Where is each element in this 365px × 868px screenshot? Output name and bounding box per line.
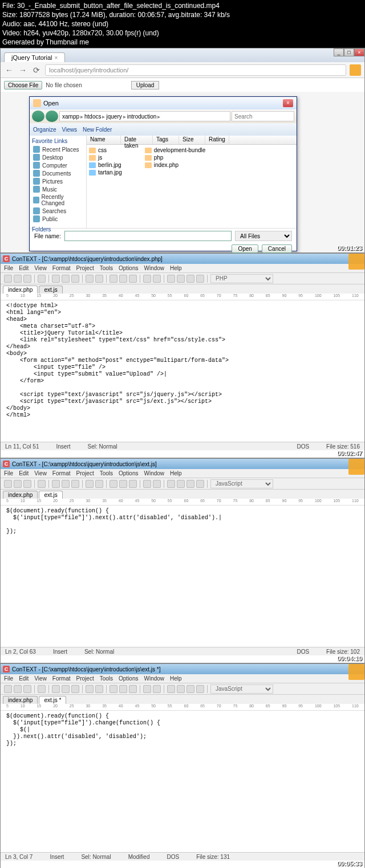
file-tab[interactable]: index.php bbox=[3, 491, 38, 499]
redo-icon[interactable] bbox=[95, 275, 103, 283]
copy-icon[interactable] bbox=[62, 685, 70, 693]
file-item[interactable]: index.php bbox=[145, 162, 206, 168]
menu-edit[interactable]: Edit bbox=[19, 470, 29, 476]
filetype-select[interactable]: All Files bbox=[235, 231, 292, 241]
filename-input[interactable] bbox=[64, 231, 232, 241]
browser-tab[interactable]: jQuery Tutorial × bbox=[4, 52, 65, 62]
close-button[interactable]: × bbox=[354, 48, 364, 56]
sidebar-item[interactable]: Searches bbox=[32, 207, 84, 215]
menu-window[interactable]: Window bbox=[144, 470, 164, 476]
dialog-close-button[interactable]: × bbox=[283, 99, 293, 107]
file-tab[interactable]: index.php bbox=[3, 696, 38, 704]
open-icon[interactable] bbox=[14, 480, 22, 488]
replace-icon[interactable] bbox=[119, 480, 127, 488]
nav-back-button[interactable] bbox=[32, 111, 44, 122]
menu-project[interactable]: Project bbox=[76, 675, 94, 682]
open-button[interactable]: Open bbox=[232, 244, 258, 253]
menu-project[interactable]: Project bbox=[76, 265, 94, 271]
views-button[interactable]: Views bbox=[62, 127, 78, 133]
print-icon[interactable] bbox=[38, 480, 46, 488]
tool-icon[interactable] bbox=[177, 685, 185, 693]
sidebar-item[interactable]: Public bbox=[32, 215, 84, 223]
cut-icon[interactable] bbox=[52, 275, 60, 283]
nav-fwd-button[interactable] bbox=[46, 111, 58, 122]
tool-icon[interactable] bbox=[143, 275, 151, 283]
forward-button[interactable]: → bbox=[18, 65, 28, 75]
sidebar-item[interactable]: Pictures bbox=[32, 177, 84, 185]
tool-icon[interactable] bbox=[167, 480, 175, 488]
code-editor[interactable]: $(document).ready(function() { $('input[… bbox=[1, 506, 364, 647]
tool-icon[interactable] bbox=[177, 275, 185, 283]
sidebar-item[interactable]: Recently Changed bbox=[32, 193, 84, 207]
tool-icon[interactable] bbox=[143, 480, 151, 488]
save-icon[interactable] bbox=[23, 480, 31, 488]
findnext-icon[interactable] bbox=[129, 480, 137, 488]
sidebar-item[interactable]: Computer bbox=[32, 161, 84, 169]
language-select[interactable]: PHP bbox=[210, 274, 273, 283]
upload-button[interactable]: Upload bbox=[131, 81, 160, 89]
new-icon[interactable] bbox=[4, 275, 12, 283]
new-icon[interactable] bbox=[4, 480, 12, 488]
tool-icon[interactable] bbox=[167, 275, 175, 283]
sidebar-item[interactable]: Documents bbox=[32, 169, 84, 177]
tool-icon[interactable] bbox=[153, 685, 161, 693]
menu-format[interactable]: Format bbox=[52, 675, 71, 682]
menu-options[interactable]: Options bbox=[119, 675, 138, 682]
menu-tools[interactable]: Tools bbox=[100, 470, 113, 476]
choose-file-button[interactable]: Choose File bbox=[4, 81, 42, 89]
breadcrumb[interactable]: xampp▸ htdocs▸ jquery▸ introduction▸ bbox=[59, 111, 230, 121]
file-item[interactable]: php bbox=[145, 154, 206, 161]
menu-tools[interactable]: Tools bbox=[100, 265, 113, 271]
tool-icon[interactable] bbox=[153, 275, 161, 283]
tool-icon[interactable] bbox=[153, 480, 161, 488]
file-item[interactable]: berlin.jpg bbox=[89, 162, 122, 168]
redo-icon[interactable] bbox=[95, 480, 103, 488]
find-icon[interactable] bbox=[110, 685, 117, 693]
menu-window[interactable]: Window bbox=[144, 675, 164, 682]
redo-icon[interactable] bbox=[95, 685, 103, 693]
code-editor[interactable]: $(document).ready(function() { $('input[… bbox=[1, 711, 364, 852]
menu-format[interactable]: Format bbox=[52, 265, 71, 271]
file-item[interactable]: js bbox=[89, 154, 122, 161]
paste-icon[interactable] bbox=[71, 275, 79, 283]
tab-close-icon[interactable]: × bbox=[55, 55, 58, 61]
minimize-button[interactable]: _ bbox=[334, 48, 344, 56]
paste-icon[interactable] bbox=[71, 685, 79, 693]
url-input[interactable] bbox=[45, 64, 346, 76]
paste-icon[interactable] bbox=[71, 480, 79, 488]
language-select[interactable]: JavaScript bbox=[210, 479, 273, 488]
copy-icon[interactable] bbox=[62, 480, 70, 488]
organize-button[interactable]: Organize bbox=[33, 127, 56, 133]
file-tab[interactable]: ext.js bbox=[39, 491, 62, 499]
open-icon[interactable] bbox=[14, 685, 22, 693]
find-icon[interactable] bbox=[110, 480, 117, 488]
cut-icon[interactable] bbox=[52, 480, 60, 488]
code-editor[interactable]: <!doctype html> <html lang="en"> <head> … bbox=[1, 300, 364, 442]
menu-help[interactable]: Help bbox=[170, 470, 182, 476]
undo-icon[interactable] bbox=[86, 480, 94, 488]
menu-file[interactable]: File bbox=[4, 265, 13, 271]
menu-tools[interactable]: Tools bbox=[100, 675, 113, 682]
menu-view[interactable]: View bbox=[34, 265, 47, 271]
sidebar-item[interactable]: Desktop bbox=[32, 153, 84, 161]
back-button[interactable]: ← bbox=[4, 65, 14, 75]
undo-icon[interactable] bbox=[86, 275, 94, 283]
menu-file[interactable]: File bbox=[4, 470, 13, 476]
print-icon[interactable] bbox=[38, 275, 46, 283]
replace-icon[interactable] bbox=[119, 275, 127, 283]
print-icon[interactable] bbox=[38, 685, 46, 693]
tool-icon[interactable] bbox=[186, 480, 194, 488]
save-icon[interactable] bbox=[23, 685, 31, 693]
reload-button[interactable]: ⟳ bbox=[31, 65, 42, 75]
menu-help[interactable]: Help bbox=[170, 675, 182, 682]
open-icon[interactable] bbox=[14, 275, 22, 283]
tool-icon[interactable] bbox=[196, 480, 204, 488]
cut-icon[interactable] bbox=[52, 685, 60, 693]
sidebar-item[interactable]: Recent Places bbox=[32, 145, 84, 153]
findnext-icon[interactable] bbox=[129, 275, 137, 283]
find-icon[interactable] bbox=[110, 275, 117, 283]
cancel-button[interactable]: Cancel bbox=[262, 244, 292, 253]
file-item[interactable]: tartan.jpg bbox=[89, 169, 122, 176]
tool-icon[interactable] bbox=[186, 275, 194, 283]
tool-icon[interactable] bbox=[167, 685, 175, 693]
